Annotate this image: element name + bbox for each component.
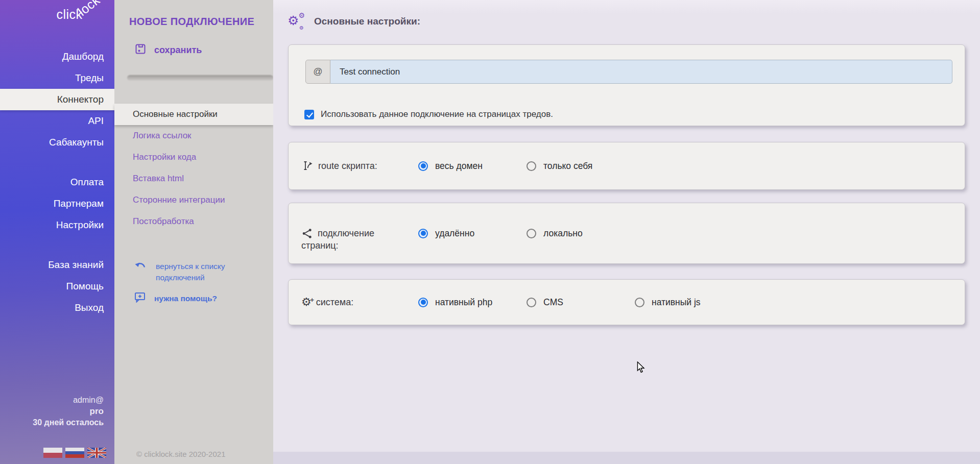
account-plan-badge: pro (33, 406, 104, 417)
clicklock-logo[interactable]: clicklock (56, 7, 106, 22)
route-script-label: route скрипта: (301, 160, 418, 172)
tab-main-settings[interactable]: Основные настройки (114, 104, 273, 125)
gear-plus-icon: ⚙+ (301, 297, 312, 308)
radio-option-only-self[interactable]: только себя (527, 161, 635, 172)
page-title: НОВОЕ ПОДКЛЮЧЕНИЕ (129, 16, 254, 28)
tab-code-settings[interactable]: Настройки кода (114, 146, 273, 168)
account-info: admin@ pro 30 дней осталось (33, 395, 104, 428)
tab-link-logic[interactable]: Логика ссылок (114, 125, 273, 146)
tab-third-party-integrations[interactable]: Сторонние интеграции (114, 189, 273, 211)
sidebar-nav: Дашборд Треды Коннектор API Сабакаунты О… (0, 46, 114, 337)
sidebar-item-help[interactable]: Помощь (0, 276, 114, 297)
floppy-icon (134, 43, 147, 57)
sidebar: clicklock Дашборд Треды Коннектор API Са… (0, 0, 114, 464)
radio-local[interactable] (527, 229, 536, 238)
mouse-cursor (637, 361, 645, 376)
nav-group-misc: База знаний Помощь Выход (0, 254, 114, 319)
section-heading-text: Основные настройки: (314, 16, 420, 27)
use-on-threads-label[interactable]: Использовать данное подключение на стран… (321, 109, 553, 119)
account-email: admin@ (33, 395, 104, 406)
section-heading: ⚙⚙⚙ Основные настройки: (288, 13, 420, 30)
radio-native-js[interactable] (635, 298, 644, 307)
save-button-label: сохранить (154, 45, 202, 56)
radio-option-whole-domain[interactable]: весь домен (418, 161, 527, 172)
russia-flag[interactable] (65, 448, 84, 458)
radio-option-native-php[interactable]: нативный php (418, 297, 527, 308)
language-switcher (43, 448, 106, 458)
tab-html-insert[interactable]: Вставка html (114, 168, 273, 189)
app-window: clicklock Дашборд Треды Коннектор API Са… (0, 0, 980, 464)
system-label: ⚙+ система: (301, 297, 418, 308)
radio-only-self[interactable] (527, 161, 536, 171)
radio-option-cms[interactable]: CMS (527, 297, 635, 308)
need-help-link[interactable]: нужна помощь? (134, 292, 217, 305)
panel-divider (127, 75, 273, 81)
use-on-threads-checkbox[interactable] (304, 110, 314, 119)
save-button[interactable]: сохранить (134, 43, 202, 57)
account-days-left: 30 дней осталось (33, 417, 104, 428)
connection-name-group: @ (305, 60, 952, 84)
page-connection-card: подключение страниц: удалённо локально (288, 203, 965, 264)
connection-tabs: Основные настройки Логика ссылок Настрой… (114, 104, 273, 232)
sidebar-item-api[interactable]: API (0, 110, 114, 132)
nav-group-main: Дашборд Треды Коннектор API Сабакаунты (0, 46, 114, 153)
poland-flag[interactable] (43, 448, 62, 458)
sidebar-item-settings[interactable]: Настройки (0, 214, 114, 236)
radio-whole-domain[interactable] (418, 161, 428, 171)
radio-cms[interactable] (527, 298, 536, 307)
sidebar-item-subaccounts[interactable]: Сабакаунты (0, 132, 114, 153)
page-connection-label: подключение страниц: (301, 227, 418, 252)
tab-postprocessing[interactable]: Постобработка (114, 211, 273, 232)
undo-arrow-icon (134, 261, 148, 283)
back-link-text: вернуться к спискуподключений (156, 261, 225, 283)
help-link-text: нужна помощь? (154, 293, 217, 304)
share-icon (301, 228, 313, 239)
sidebar-item-logout[interactable]: Выход (0, 297, 114, 319)
uk-flag[interactable] (87, 448, 106, 458)
sidebar-item-dashboard[interactable]: Дашборд (0, 46, 114, 67)
radio-option-local[interactable]: локально (527, 228, 635, 239)
sidebar-item-connector[interactable]: Коннектор (0, 89, 114, 110)
system-card: ⚙+ система: нативный php CMS нативный js (288, 279, 965, 325)
nav-group-billing: Оплата Партнерам Настройки (0, 172, 114, 236)
comment-plus-icon (134, 292, 146, 305)
radio-native-php[interactable] (418, 298, 428, 307)
gears-icon: ⚙⚙⚙ (288, 13, 305, 30)
radio-option-native-js[interactable]: нативный js (635, 297, 743, 308)
main-content: ⚙⚙⚙ Основные настройки: @ Использовать д… (273, 0, 980, 464)
sidebar-item-threads[interactable]: Треды (0, 67, 114, 89)
radio-remote[interactable] (418, 229, 428, 238)
connection-name-input[interactable] (330, 60, 952, 84)
connection-panel: НОВОЕ ПОДКЛЮЧЕНИЕ сохранить Основные нас… (114, 0, 273, 464)
route-icon (301, 160, 314, 172)
route-script-card: route скрипта: весь домен только себя (288, 142, 965, 190)
radio-option-remote[interactable]: удалённо (418, 228, 527, 239)
use-on-threads-row: Использовать данное подключение на стран… (304, 109, 553, 119)
sidebar-item-partners[interactable]: Партнерам (0, 193, 114, 214)
sidebar-item-knowledge-base[interactable]: База знаний (0, 254, 114, 276)
connection-name-card: @ Использовать данное подключение на стр… (288, 44, 965, 126)
copyright-text: © clicklock.site 2020-2021 (136, 450, 225, 458)
at-sign-prefix: @ (305, 60, 330, 84)
sidebar-item-payment[interactable]: Оплата (0, 172, 114, 193)
back-to-list-link[interactable]: вернуться к спискуподключений (134, 261, 225, 283)
